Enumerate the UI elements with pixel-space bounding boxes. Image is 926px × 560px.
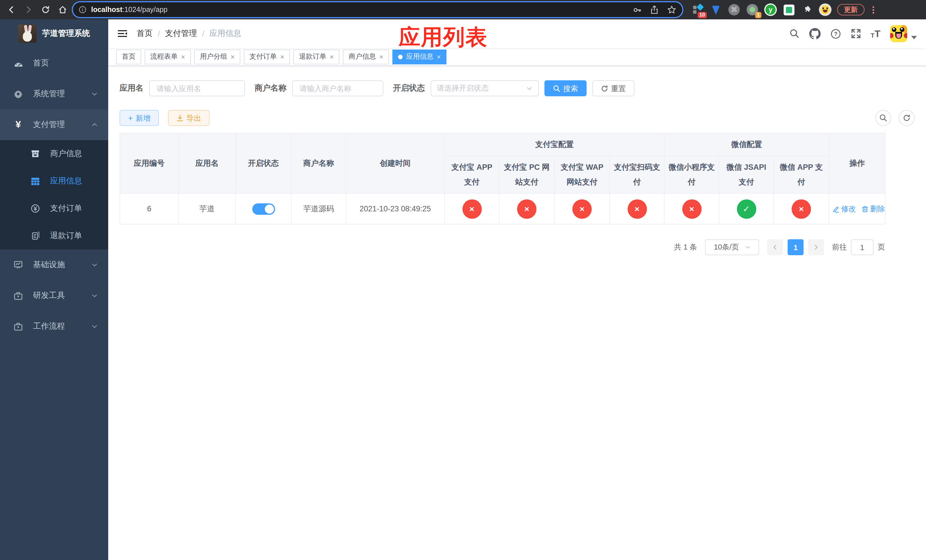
sidebar-item-home[interactable]: 首页 [0, 48, 108, 79]
chrome-update-button[interactable]: 更新 [837, 4, 864, 15]
bookmark-star-icon[interactable] [667, 5, 676, 15]
tab-pay-orders[interactable]: 支付订单× [244, 49, 290, 64]
password-key-icon[interactable] [632, 5, 642, 15]
extensions-area: 10 ⌘ 1 y 更新 [691, 3, 876, 16]
sidebar-item-workflow[interactable]: 工作流程 [0, 311, 108, 342]
search-button[interactable]: 搜索 [545, 80, 587, 96]
close-icon[interactable]: × [330, 53, 334, 60]
svg-text:?: ? [834, 30, 837, 37]
forward-icon[interactable] [22, 3, 35, 17]
sidebar-item-payment[interactable]: ¥ 支付管理 [0, 109, 108, 140]
help-icon[interactable]: ? [830, 28, 841, 39]
enabled-toggle[interactable] [252, 203, 275, 215]
sidebar-item-system[interactable]: 系统管理 [0, 79, 108, 109]
extension-command-icon[interactable]: ⌘ [728, 3, 740, 16]
payment-submenu: 商户信息 应用信息 支付订单 [0, 140, 108, 250]
chevron-right-icon [813, 244, 819, 250]
extension-recorder-icon[interactable]: 1 [746, 3, 758, 16]
extension-chat-icon[interactable] [782, 3, 795, 16]
data-table: 应用编号 应用名 开启状态 商户名称 创建时间 支付宝配置 微信配置 操作 支付… [120, 133, 915, 224]
font-size-icon[interactable]: TT [871, 29, 881, 38]
sidebar-item-merchant-info[interactable]: 商户信息 [0, 140, 108, 168]
logo-rabbit-image [18, 24, 36, 43]
close-icon[interactable]: × [280, 53, 284, 60]
page-number-button[interactable]: 1 [788, 239, 803, 255]
sidebar-fold-icon[interactable] [117, 29, 127, 38]
plus-icon: + [128, 114, 133, 122]
yen-icon: ¥ [11, 119, 25, 130]
annotation-overlay: 应用列表 [399, 23, 487, 52]
extension-y-icon[interactable]: y [764, 3, 777, 16]
merchant-name-input[interactable] [292, 80, 383, 96]
col-header-alipay-app: 支付宝 APP 支付 [445, 156, 499, 194]
filter-merchant-label: 商户名称 [254, 83, 286, 94]
extension-gem-icon[interactable] [710, 3, 722, 16]
extensions-puzzle-icon[interactable] [801, 3, 813, 16]
col-header-alipay-pc: 支付宝 PC 网站支付 [499, 156, 554, 194]
close-icon[interactable]: × [379, 53, 383, 60]
profile-avatar-icon[interactable] [819, 3, 831, 16]
briefcase-icon [11, 322, 25, 331]
prev-page-button[interactable] [767, 239, 783, 255]
toggle-search-button[interactable] [875, 110, 891, 126]
edit-link[interactable]: 修改 [832, 204, 856, 214]
app-name-input[interactable] [149, 80, 245, 96]
github-icon[interactable] [809, 28, 821, 39]
top-navbar: 首页 / 支付管理 / 应用信息 ? [108, 20, 926, 48]
col-header-name: 应用名 [179, 133, 236, 194]
app-name-input-field[interactable] [156, 83, 239, 93]
breadcrumb-item[interactable]: 支付管理 [165, 29, 197, 39]
fullscreen-icon[interactable] [851, 29, 861, 39]
close-icon[interactable]: × [437, 53, 441, 60]
add-button[interactable]: + 新增 [120, 110, 159, 126]
share-icon[interactable] [650, 5, 659, 15]
site-info-icon[interactable] [79, 6, 86, 14]
back-icon[interactable] [5, 3, 18, 17]
cell-actions: 修改 删除 [829, 194, 885, 224]
next-page-button[interactable] [808, 239, 824, 255]
extension-badge: 10 [698, 12, 707, 18]
home-icon[interactable] [56, 3, 70, 17]
close-icon[interactable]: × [231, 53, 235, 60]
sidebar-item-refund-orders[interactable]: 退款订单 [0, 222, 108, 250]
goto-page-input[interactable] [851, 239, 874, 255]
tab-process-form[interactable]: 流程表单× [145, 49, 191, 64]
cell-created: 2021-10-23 08:49:25 [346, 194, 445, 224]
export-button[interactable]: 导出 [168, 110, 210, 126]
cell-app-id: 6 [120, 194, 179, 224]
delete-link[interactable]: 删除 [862, 204, 885, 214]
sidebar-item-label: 支付管理 [33, 120, 91, 130]
url-bar[interactable]: localhost:1024/pay/app [73, 2, 682, 17]
reset-button[interactable]: 重置 [592, 80, 634, 96]
close-icon[interactable]: × [181, 53, 185, 60]
search-icon [879, 114, 887, 122]
reload-icon[interactable] [39, 3, 52, 17]
sidebar-menu: 首页 系统管理 ¥ 支付管理 [0, 48, 108, 560]
user-menu[interactable] [890, 25, 917, 42]
status-select[interactable]: 请选择开启状态 [431, 80, 539, 96]
cell-alipay-pc-status: × [499, 194, 554, 224]
refresh-icon [601, 85, 608, 92]
col-header-status: 开启状态 [236, 133, 291, 194]
chrome-menu-icon[interactable] [870, 6, 876, 14]
sidebar-item-devtools[interactable]: 研发工具 [0, 280, 108, 311]
tab-merchant-info[interactable]: 商户信息× [343, 49, 389, 64]
header-search-icon[interactable] [789, 29, 800, 39]
cell-enabled [236, 194, 291, 224]
pencil-icon [832, 205, 840, 212]
cross-circle-icon: × [627, 199, 647, 218]
sidebar-item-infra[interactable]: 基础设施 [0, 250, 108, 280]
tab-user-group[interactable]: 用户分组× [194, 49, 240, 64]
app-logo[interactable]: 芋道管理系统 [0, 20, 108, 48]
extension-sidekick-icon[interactable]: 10 [691, 3, 704, 16]
cross-circle-icon: × [462, 199, 481, 218]
tab-refund-orders[interactable]: 退款订单× [293, 49, 339, 64]
merchant-name-input-field[interactable] [298, 83, 377, 93]
refresh-table-button[interactable] [899, 110, 915, 126]
app-title: 芋道管理系统 [42, 29, 90, 39]
breadcrumb-item[interactable]: 首页 [137, 29, 153, 39]
sidebar-item-app-info[interactable]: 应用信息 [0, 168, 108, 195]
sidebar-item-pay-orders[interactable]: 支付订单 [0, 195, 108, 222]
page-size-select[interactable]: 10条/页 [705, 239, 759, 255]
tab-home[interactable]: 首页 [116, 49, 141, 64]
